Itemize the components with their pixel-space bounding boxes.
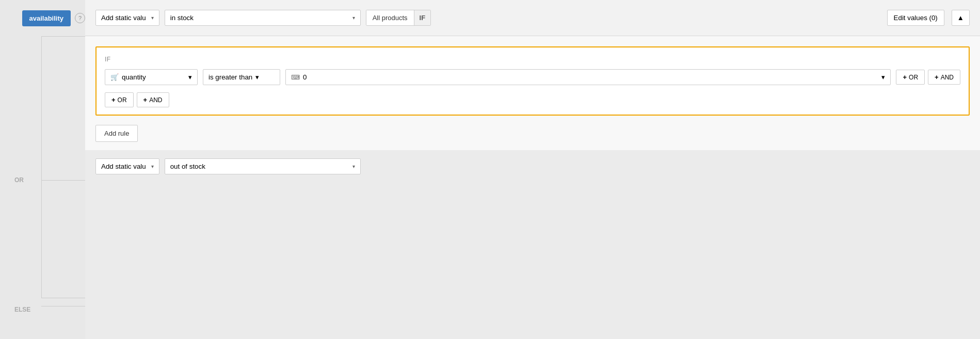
add-static-value-label: Add static valu <box>101 14 146 22</box>
help-icon[interactable]: ? <box>75 13 85 23</box>
else-add-static-label: Add static valu <box>101 163 146 170</box>
in-stock-label: in stock <box>170 14 194 22</box>
all-products-group: All products IF <box>366 10 431 26</box>
and-label-bottom: AND <box>149 96 162 104</box>
quantity-label: quantity <box>122 73 146 81</box>
availability-label: availability <box>22 10 71 26</box>
add-static-value-button[interactable]: Add static valu ▾ <box>95 10 159 26</box>
and-plus-icon-bottom: + <box>143 96 148 104</box>
value-chevron-icon: ▾ <box>881 73 885 81</box>
else-add-static-chevron-icon: ▾ <box>151 164 154 169</box>
cart-icon: 🛒 <box>110 73 119 81</box>
or-label-right: OR <box>909 74 918 81</box>
rule-row: 🛒 quantity ▾ is greater than ▾ ⌨ 0 <box>105 69 960 85</box>
bottom-rule-actions: + OR + AND <box>105 91 960 107</box>
if-label: IF <box>105 56 960 63</box>
add-rule-button[interactable]: Add rule <box>95 125 138 142</box>
or-add-area: Add rule <box>85 121 980 150</box>
add-rule-label: Add rule <box>104 130 129 137</box>
if-section: IF 🛒 quantity ▾ is greater than ▾ <box>85 36 980 121</box>
and-button-right[interactable]: + AND <box>928 70 960 85</box>
or-button-bottom[interactable]: + OR <box>105 92 134 107</box>
if-badge: IF <box>414 10 431 25</box>
collapse-button[interactable]: ▲ <box>952 10 970 26</box>
add-static-chevron-icon: ▾ <box>151 15 154 21</box>
all-products-label: All products <box>366 10 414 25</box>
operator-chevron-icon: ▾ <box>255 73 259 81</box>
and-button-bottom[interactable]: + AND <box>137 92 169 107</box>
else-bar: Add static valu ▾ out of stock ▾ <box>85 150 980 339</box>
if-rule-box: IF 🛒 quantity ▾ is greater than ▾ <box>95 46 970 116</box>
in-stock-dropdown[interactable]: in stock ▾ <box>165 10 361 26</box>
and-label-right: AND <box>941 74 954 81</box>
or-label-bottom: OR <box>118 96 127 104</box>
out-of-stock-chevron-icon: ▾ <box>352 164 355 169</box>
edit-values-button[interactable]: Edit values (0) <box>887 10 944 26</box>
out-of-stock-label: out of stock <box>170 163 205 170</box>
quantity-dropdown[interactable]: 🛒 quantity ▾ <box>105 69 198 85</box>
or-button-right[interactable]: + OR <box>896 70 925 85</box>
or-section-label: OR <box>14 176 24 184</box>
value-label: 0 <box>303 73 307 81</box>
keyboard-icon: ⌨ <box>291 74 300 81</box>
else-label: ELSE <box>14 306 30 313</box>
edit-values-label: Edit values (0) <box>894 14 938 22</box>
quantity-chevron-icon: ▾ <box>188 73 192 81</box>
value-dropdown[interactable]: ⌨ 0 ▾ <box>285 69 891 85</box>
and-plus-icon-right: + <box>935 73 939 81</box>
operator-dropdown[interactable]: is greater than ▾ <box>203 69 280 85</box>
availability-badge: availability ? <box>22 10 85 26</box>
or-plus-icon-bottom: + <box>111 96 116 104</box>
rule-actions: + OR + AND <box>896 70 960 85</box>
out-of-stock-dropdown[interactable]: out of stock ▾ <box>165 158 361 174</box>
top-bar: Add static valu ▾ in stock ▾ All product… <box>85 0 980 36</box>
collapse-icon: ▲ <box>957 14 964 22</box>
else-add-static-button[interactable]: Add static valu ▾ <box>95 158 159 174</box>
operator-label: is greater than <box>208 73 252 81</box>
or-plus-icon-right: + <box>903 73 907 81</box>
in-stock-chevron-icon: ▾ <box>352 15 355 21</box>
